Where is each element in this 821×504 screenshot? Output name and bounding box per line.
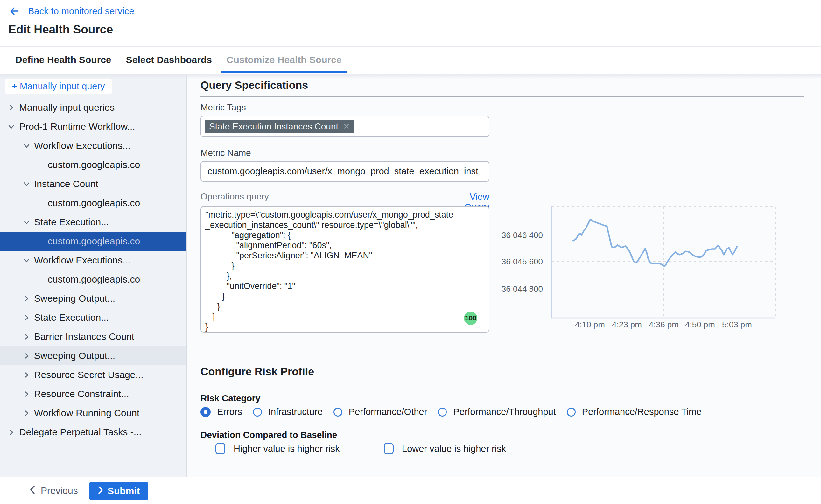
tree-item[interactable]: State Execution... [0,308,186,327]
tree-item[interactable]: Sweeping Output... [0,289,186,308]
tree-item[interactable]: Resource Secret Usage... [0,365,186,384]
chevron-down-icon[interactable] [22,180,31,188]
tree-item-label: Manually input queries [19,102,115,113]
tree-item[interactable]: custom.googleapis.com [0,193,186,213]
risk-category-label: Risk Category [200,393,260,403]
tree-item-label: Instance Count [34,179,98,189]
chevron-right-icon[interactable] [22,352,31,360]
operations-query-textarea[interactable]: "filter": "metric.type=\"custom.googleap… [200,206,489,333]
radio-icon[interactable] [438,408,447,417]
metric-name-label: Metric Name [200,148,251,158]
chevron-down-icon[interactable] [22,218,31,226]
risk-category-radio-performance-response-time[interactable]: Performance/Response Time [567,407,702,417]
tree-item[interactable]: Resource Constraint... [0,384,186,403]
tree-item-label: Delegate Perpetual Tasks -... [19,427,142,437]
tree-item-label: custom.googleapis.com [48,236,141,247]
wizard-footer: Previous Submit [0,477,821,504]
back-link-label: Back to monitored service [28,6,134,17]
tree-item-label: Sweeping Output... [34,293,115,304]
radio-label: Infrastructure [268,407,323,417]
radio-icon[interactable] [333,408,342,417]
section-divider [200,96,804,97]
chevron-right-icon[interactable] [22,409,31,417]
chevron-left-icon [29,485,36,497]
checkbox-label: Lower value is higher risk [402,444,506,454]
chevron-right-icon[interactable] [7,103,15,112]
risk-category-radio-performance-other[interactable]: Performance/Other [333,407,427,417]
metric-tag-chip[interactable]: State Execution Instances Count ✕ [205,120,354,133]
metric-tags-label: Metric Tags [200,102,246,113]
risk-category-radio-group: ErrorsInfrastructurePerformance/OtherPer… [200,407,712,417]
tree-item-label: custom.googleapis.com [48,159,141,170]
tree-item-label: Sweeping Output... [34,350,115,361]
deviation-checkbox-higher[interactable]: Higher value is higher risk [215,443,340,454]
chevron-right-icon[interactable] [22,371,31,379]
y-axis-tick-label: 36 046 400 [492,230,543,240]
tree-item-label: State Execution... [34,312,109,323]
chevron-down-icon[interactable] [22,256,31,264]
radio-selected-icon[interactable] [200,407,211,417]
tree-item-label: Workflow Executions... [34,140,130,151]
tab-define-health-source[interactable]: Define Health Source [10,47,117,73]
risk-category-radio-performance-throughput[interactable]: Performance/Throughput [438,407,556,417]
previous-button[interactable]: Previous [29,477,78,504]
risk-category-radio-infrastructure[interactable]: Infrastructure [253,407,323,417]
configure-risk-profile-heading: Configure Risk Profile [200,365,314,378]
deviation-label: Deviation Compared to Baseline [200,430,337,440]
radio-label: Performance/Throughput [453,407,556,417]
chevron-down-icon[interactable] [7,123,15,131]
operations-query-label: Operations query [200,192,269,202]
tree-item-label: State Execution... [34,217,109,227]
tree-item-label: Resource Constraint... [34,389,129,399]
chevron-right-icon[interactable] [22,390,31,398]
chevron-right-icon[interactable] [22,333,31,341]
metric-tags-input[interactable]: State Execution Instances Count ✕ [200,116,489,137]
radio-icon[interactable] [567,408,576,417]
add-manual-query-button[interactable]: + Manually input query [5,79,112,94]
page-title: Edit Health Source [8,23,113,36]
tree-item[interactable]: Workflow Running Count [0,403,186,423]
back-to-monitored-service-link[interactable]: Back to monitored service [9,6,134,17]
records-count-badge: 100 [464,311,477,325]
tab-select-dashboards[interactable]: Select Dashboards [121,47,217,73]
section-divider [200,383,804,383]
edit-health-source-page: Back to monitored service Edit Health So… [0,0,821,504]
tree-item[interactable]: custom.googleapis.com [0,232,186,251]
tree-item[interactable]: Manually input queries [0,98,186,117]
metric-preview-chart: 36 046 40036 045 60036 044 8004:10 pm4:2… [490,197,808,337]
tree-item[interactable]: Prod-1 Runtime Workflow... [0,117,186,136]
tree-item-label: Workflow Executions... [34,255,130,266]
main-panel: Query Specifications Metric Tags State E… [187,74,821,477]
chevron-right-icon[interactable] [22,313,31,322]
checkbox-icon[interactable] [215,443,225,454]
chevron-right-icon[interactable] [7,428,15,436]
deviation-checkbox-lower[interactable]: Lower value is higher risk [384,443,506,454]
tab-customize-health-source[interactable]: Customize Health Source [221,47,347,73]
deviation-checkbox-group: Higher value is higher riskLower value i… [200,443,804,457]
radio-label: Performance/Response Time [582,407,702,417]
tab-bar: Define Health SourceSelect DashboardsCus… [0,46,821,74]
chevron-down-icon[interactable] [22,142,31,150]
radio-icon[interactable] [253,408,262,417]
tree-item[interactable]: Delegate Perpetual Tasks -... [0,423,186,442]
tree-item[interactable]: Workflow Executions... [0,136,186,155]
submit-button[interactable]: Submit [89,482,148,500]
tree-item[interactable]: Sweeping Output... [0,346,186,365]
query-tree-sidebar: + Manually input query Manually input qu… [0,74,187,477]
checkbox-icon[interactable] [384,443,394,454]
y-axis-tick-label: 36 044 800 [492,284,543,294]
chip-remove-icon[interactable]: ✕ [343,122,350,131]
tree-item[interactable]: Workflow Executions... [0,251,186,270]
metric-tree: Manually input queriesProd-1 Runtime Wor… [0,98,186,442]
metric-name-input[interactable] [200,161,489,182]
tree-item[interactable]: custom.googleapis.com [0,155,186,174]
tree-item-label: custom.googleapis.com [48,274,141,285]
tree-item[interactable]: Barrier Instances Count [0,327,186,346]
chevron-right-icon[interactable] [22,294,31,303]
tree-item[interactable]: State Execution... [0,213,186,232]
tree-item[interactable]: Instance Count [0,174,186,193]
y-axis-tick-label: 36 045 600 [492,257,543,266]
chevron-right-icon [97,486,104,497]
tree-item[interactable]: custom.googleapis.com [0,270,186,289]
risk-category-radio-errors[interactable]: Errors [200,407,242,417]
